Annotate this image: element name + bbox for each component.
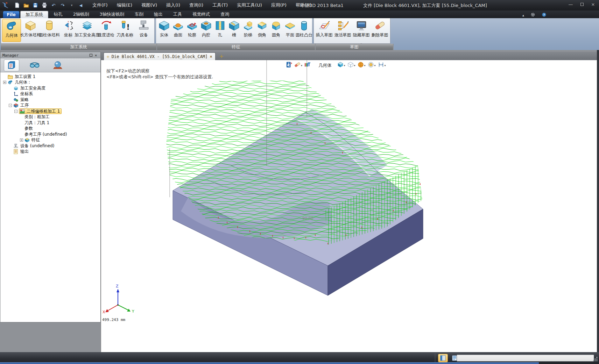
save-icon[interactable]	[31, 2, 39, 9]
menu-item-5[interactable]: 工具(T)	[212, 2, 228, 8]
ribbon-button-内腔[interactable]: 内腔	[199, 19, 213, 42]
close-button[interactable]: ×	[590, 2, 596, 7]
tree-item-label: 特征	[31, 137, 40, 143]
ribbon-button-实体[interactable]: 实体	[157, 19, 171, 42]
tree-item-0[interactable]: 加工设置 1	[0, 74, 100, 80]
tree-expander-icon[interactable]: +	[3, 81, 6, 84]
ribbon-button-圆柱凸台[interactable]: 圆柱凸台	[297, 19, 311, 42]
ribbon-button-加工安全高度[interactable]: 加工安全高度	[78, 19, 97, 42]
resize-grip[interactable]	[593, 356, 598, 361]
tree-expander-icon[interactable]: -	[14, 110, 17, 113]
tree-item-12[interactable]: 设备 (undefined)	[0, 143, 100, 149]
ribbon-tab-2[interactable]: 2轴铣削	[68, 11, 94, 18]
ribbon-button-轮廓[interactable]: 轮廓	[185, 19, 199, 42]
ribbon-button-长方体坯料[interactable]: 长方体坯料	[21, 19, 40, 42]
tree-expander-icon[interactable]: +	[20, 138, 23, 142]
ribbon-tab-6[interactable]: 工具	[168, 11, 187, 18]
ribbon-button-圆柱体坯料[interactable]: 圆柱体坯料	[40, 19, 59, 42]
new-tab-button[interactable]: ✛	[220, 54, 224, 59]
tree-expander-icon[interactable]: -	[9, 104, 12, 107]
tree-item-5[interactable]: -工序	[0, 103, 100, 109]
ribbon-tab-0[interactable]: 加工系统	[20, 11, 48, 18]
tree-item-10[interactable]: 参考工序 (undefined)	[0, 131, 100, 137]
menu-item-3[interactable]: 插入(I)	[166, 2, 180, 8]
ribbon-button-平面[interactable]: 平面	[283, 19, 297, 42]
menu-item-0[interactable]: 文件(F)	[92, 2, 108, 8]
tree-item-2[interactable]: 加工安全高度	[0, 85, 100, 91]
ribbon-tab-8[interactable]: 查询	[216, 11, 234, 18]
settings-gear-icon[interactable]	[530, 12, 535, 19]
tree-item-7[interactable]: 类别 : 粗加工	[0, 114, 100, 120]
manager-tab-render-sphere-icon[interactable]	[50, 59, 65, 71]
document-tab[interactable]: ✛ Die Block 4601.VX - [55.Die_block_CAM]…	[104, 52, 216, 60]
ribbon-button-孔[interactable]: 孔	[213, 19, 227, 42]
ribbon-button-激活草图[interactable]: 激活草图	[333, 19, 352, 42]
manager-close-button[interactable]: ×	[93, 53, 98, 58]
ribbon-tab-7[interactable]: 视觉样式	[188, 11, 215, 18]
svg-text:Z: Z	[116, 284, 119, 288]
menu-item-1[interactable]: 编辑(E)	[117, 2, 132, 8]
menu-item-6[interactable]: 实用工具(U)	[237, 2, 262, 8]
ribbon-tab-5[interactable]: 输出	[149, 11, 168, 18]
ribbon-tab-3[interactable]: 3轴快速铣削	[94, 11, 129, 18]
file-tab[interactable]: File	[3, 11, 20, 18]
ribbon-button-圆角[interactable]: 圆角	[269, 19, 283, 42]
fillet-icon	[270, 20, 282, 31]
ribbon-button-刀具名称[interactable]: !刀具名称	[115, 19, 134, 42]
ribbon-button-倒角[interactable]: 倒角	[255, 19, 269, 42]
ribbon-button-隐藏草图[interactable]: 隐藏草图▾	[352, 19, 371, 42]
safe-height-icon	[81, 20, 93, 31]
new-document-icon[interactable]	[13, 2, 21, 9]
manager-tab-glasses-icon[interactable]	[27, 59, 42, 71]
ribbon-button-速度进给[interactable]: 速度进给	[97, 19, 115, 42]
svg-text:?: ?	[543, 13, 545, 16]
tree-item-4[interactable]: 策略	[0, 97, 100, 103]
panel-toggle-button[interactable]	[438, 354, 448, 362]
menu-item-2[interactable]: 视图(V)	[141, 2, 157, 8]
tree-item-13[interactable]: 输出	[0, 149, 100, 155]
ribbon-right-controls: ▴ ?	[522, 12, 547, 19]
open-file-icon[interactable]	[22, 2, 30, 9]
manager-tab-manager-tree-icon[interactable]	[4, 59, 19, 71]
collapse-ribbon-icon[interactable]: ▴	[522, 13, 524, 17]
minimize-button[interactable]: —	[568, 2, 574, 7]
tree-item-11[interactable]: +特征	[0, 137, 100, 143]
undo-icon[interactable]: ↶	[50, 2, 57, 9]
tree-item-label: 类别 : 粗加工	[24, 114, 50, 120]
menu-item-4[interactable]: 查询(I)	[189, 2, 203, 8]
ribbon-button-槽[interactable]: 槽	[227, 19, 241, 42]
ribbon-button-几何体[interactable]: 几何体	[2, 19, 21, 42]
tree-item-9[interactable]: 参数	[0, 126, 100, 132]
output-icon	[13, 149, 19, 154]
ribbon-button-label: 圆柱体坯料	[39, 32, 60, 38]
ribbon-button-坐标[interactable]: 坐标	[59, 19, 78, 42]
tree-item-8[interactable]: 刀具 : 刀具 1	[0, 120, 100, 126]
surface-icon	[172, 20, 184, 31]
tree-item-label: 设备 (undefined)	[20, 143, 55, 149]
help-icon[interactable]: ?	[542, 12, 547, 19]
ribbon-button-设备[interactable]: 设备	[134, 19, 153, 42]
viewport-3d[interactable]: 按下<F2>动态的观察 <F8>或者<Shift-roll> 查找下一个有效的过…	[101, 60, 597, 352]
step-icon	[242, 20, 254, 31]
ribbon-button-曲面[interactable]: 曲面	[171, 19, 185, 42]
collapse-toolbar-icon[interactable]: ◀	[77, 2, 85, 9]
ribbon-button-插入草图[interactable]: 插入草图	[315, 19, 333, 42]
sketch-delete-icon	[374, 20, 386, 31]
document-tab-close-icon[interactable]: ×	[210, 54, 212, 59]
print-icon[interactable]	[41, 2, 48, 9]
ribbon-tab-4[interactable]: 车削	[130, 11, 148, 18]
menu-bar: 文件(F)编辑(E)视图(V)插入(I)查询(I)工具(T)实用工具(U)应用(…	[92, 2, 312, 8]
tree-item-6[interactable]: -二维偏移粗加工 1	[0, 108, 100, 114]
redo-icon[interactable]: ↷	[59, 2, 66, 9]
manager-float-button[interactable]	[89, 53, 93, 58]
ribbon-group-2: 插入草图激活草图隐藏草图▾删除草图	[313, 18, 390, 44]
qat-dropdown-icon[interactable]: ▾	[68, 2, 76, 9]
tree-item-1[interactable]: +几何体 :	[0, 80, 100, 86]
maximize-button[interactable]	[579, 2, 585, 7]
ribbon-tab-1[interactable]: 钻孔	[49, 11, 68, 18]
tree-item-3[interactable]: 坐标系	[0, 91, 100, 97]
viewport-3d-model[interactable]: 90.00 Z X Y	[101, 60, 597, 352]
ribbon-button-阶梯[interactable]: 阶梯	[241, 19, 255, 42]
ribbon-button-删除草图[interactable]: 删除草图	[371, 19, 389, 42]
menu-item-7[interactable]: 应用(P)	[271, 2, 287, 8]
